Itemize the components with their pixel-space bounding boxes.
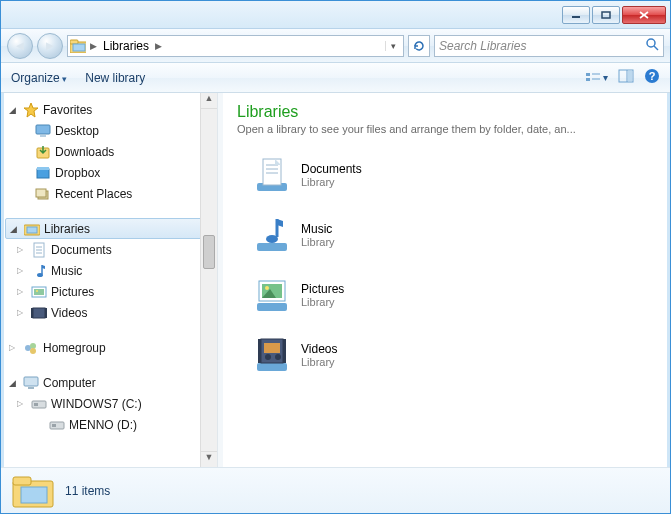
svg-point-55 [266, 235, 278, 243]
svg-rect-43 [28, 387, 34, 389]
sidebar-item-videos[interactable]: ▷ Videos [1, 302, 217, 323]
svg-point-67 [275, 354, 281, 360]
svg-rect-64 [283, 339, 286, 363]
svg-rect-61 [257, 363, 287, 371]
svg-point-7 [647, 39, 655, 47]
libraries-icon [11, 473, 51, 509]
breadcrumb-sep[interactable]: ▶ [90, 41, 97, 51]
body: ◢ Favorites Desktop Downloads Drop [1, 93, 670, 467]
svg-rect-34 [34, 289, 44, 295]
organize-menu[interactable]: Organize [11, 71, 67, 85]
drive-icon [31, 396, 47, 412]
svg-rect-38 [45, 308, 47, 318]
status-item-count: 11 items [65, 484, 110, 498]
address-bar[interactable]: ▶ Libraries ▶ ▾ [67, 35, 404, 57]
svg-rect-47 [52, 424, 56, 427]
svg-rect-69 [13, 477, 31, 485]
svg-rect-70 [21, 487, 47, 503]
library-item-pictures[interactable]: Pictures Library [237, 269, 656, 321]
downloads-icon [35, 144, 51, 160]
sidebar-libraries-label: Libraries [44, 222, 90, 236]
svg-rect-6 [73, 44, 85, 51]
svg-rect-5 [70, 40, 78, 44]
pictures-icon [31, 284, 47, 300]
scroll-down-icon[interactable]: ▼ [201, 451, 217, 467]
content-subtitle: Open a library to see your files and arr… [237, 123, 656, 135]
sidebar-item-dropbox[interactable]: Dropbox [1, 162, 217, 183]
svg-rect-27 [27, 227, 37, 233]
sidebar-favorites-label: Favorites [43, 103, 92, 117]
svg-point-35 [36, 290, 38, 292]
sidebar-item-pictures[interactable]: ▷ Pictures [1, 281, 217, 302]
svg-rect-37 [31, 308, 33, 318]
svg-rect-19 [36, 125, 50, 134]
content-title: Libraries [237, 103, 656, 121]
content-pane: Libraries Open a library to see your fil… [223, 93, 670, 467]
svg-point-32 [37, 273, 43, 277]
svg-rect-36 [33, 308, 45, 318]
sidebar-item-drive-d[interactable]: ▷ MENNO (D:) [1, 414, 217, 435]
sidebar-computer[interactable]: ◢ Computer [1, 372, 217, 393]
titlebar [1, 1, 670, 29]
library-item-music[interactable]: Music Library [237, 209, 656, 261]
computer-icon [23, 375, 39, 391]
back-button[interactable]: ◄ [7, 33, 33, 59]
dropbox-icon [35, 165, 51, 181]
svg-rect-42 [24, 377, 38, 386]
library-item-videos[interactable]: Videos Library [237, 329, 656, 381]
search-placeholder: Search Libraries [439, 39, 645, 53]
help-button[interactable]: ? [644, 68, 660, 87]
svg-line-8 [654, 46, 658, 50]
svg-rect-65 [264, 343, 280, 353]
music-icon [31, 263, 47, 279]
svg-text:?: ? [649, 70, 656, 82]
sidebar-homegroup[interactable]: ▷ Homegroup [1, 337, 217, 358]
sidebar-item-drive-c[interactable]: ▷ WINDOWS7 (C:) [1, 393, 217, 414]
forward-button[interactable]: ► [37, 33, 63, 59]
svg-point-59 [265, 286, 269, 290]
sidebar-favorites[interactable]: ◢ Favorites [1, 99, 217, 120]
explorer-window: ◄ ► ▶ Libraries ▶ ▾ Search Libraries Org… [0, 0, 671, 514]
libraries-icon [24, 221, 40, 237]
desktop-icon [35, 123, 51, 139]
library-item-documents[interactable]: Documents Library [237, 149, 656, 201]
sidebar-item-downloads[interactable]: Downloads [1, 141, 217, 162]
svg-rect-25 [36, 189, 46, 197]
svg-rect-56 [257, 303, 287, 311]
refresh-button[interactable] [408, 35, 430, 57]
sidebar-item-desktop[interactable]: Desktop [1, 120, 217, 141]
sidebar-item-recent-places[interactable]: Recent Places [1, 183, 217, 204]
close-button[interactable] [622, 6, 666, 24]
minimize-button[interactable] [562, 6, 590, 24]
sidebar-scrollbar[interactable]: ▲ ▼ [200, 93, 217, 467]
svg-rect-9 [586, 73, 590, 76]
navbar: ◄ ► ▶ Libraries ▶ ▾ Search Libraries [1, 29, 670, 63]
drive-icon [49, 417, 65, 433]
svg-rect-15 [628, 71, 632, 81]
pictures-icon [251, 275, 291, 315]
svg-point-41 [30, 348, 36, 354]
search-input[interactable]: Search Libraries [434, 35, 664, 57]
nav-pane: ◢ Favorites Desktop Downloads Drop [1, 93, 218, 467]
svg-rect-20 [40, 135, 46, 137]
breadcrumb-sep[interactable]: ▶ [155, 41, 162, 51]
svg-marker-18 [24, 103, 38, 117]
svg-rect-22 [37, 169, 49, 178]
scroll-thumb[interactable] [203, 235, 215, 269]
homegroup-icon [23, 340, 39, 356]
address-history-dropdown[interactable]: ▾ [385, 41, 401, 51]
sidebar-libraries[interactable]: ◢ Libraries [5, 218, 213, 239]
svg-point-66 [265, 354, 271, 360]
breadcrumb-root[interactable]: Libraries [101, 39, 151, 53]
preview-pane-button[interactable] [618, 69, 634, 86]
recent-icon [35, 186, 51, 202]
sidebar-item-music[interactable]: ▷ Music [1, 260, 217, 281]
toolbar: Organize New library ▾ ? [1, 63, 670, 93]
sidebar-item-documents[interactable]: ▷ Documents [1, 239, 217, 260]
scroll-up-icon[interactable]: ▲ [201, 93, 217, 109]
svg-rect-63 [258, 339, 261, 363]
new-library-button[interactable]: New library [85, 71, 145, 85]
maximize-button[interactable] [592, 6, 620, 24]
svg-rect-1 [602, 12, 610, 18]
view-options-button[interactable]: ▾ [585, 71, 608, 85]
